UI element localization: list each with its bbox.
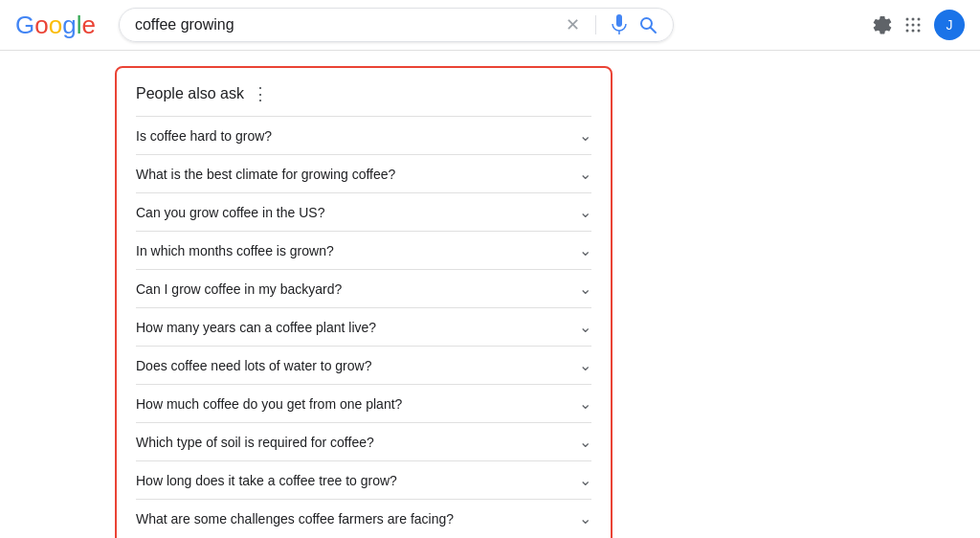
main-content: People also ask ⋮ Is coffee hard to grow…: [0, 51, 980, 538]
search-input[interactable]: [135, 16, 558, 34]
paa-item[interactable]: Does coffee need lots of water to grow? …: [136, 346, 591, 384]
paa-item[interactable]: How much coffee do you get from one plan…: [136, 384, 591, 422]
search-bar: ✕: [119, 8, 674, 42]
paa-item[interactable]: Is coffee hard to grow? ⌄: [136, 116, 591, 154]
header-right: J: [873, 10, 965, 40]
chevron-down-icon: ⌄: [579, 509, 591, 527]
chevron-down-icon: ⌄: [579, 471, 591, 489]
svg-point-7: [906, 24, 909, 27]
logo-letter-o1: o: [34, 11, 48, 40]
chevron-down-icon: ⌄: [579, 203, 591, 221]
paa-item[interactable]: How long does it take a coffee tree to g…: [136, 460, 591, 499]
paa-item[interactable]: Which type of soil is required for coffe…: [136, 422, 591, 460]
logo-letter-g: G: [15, 11, 34, 40]
svg-point-6: [918, 18, 921, 21]
svg-line-3: [650, 28, 656, 34]
microphone-icon[interactable]: [612, 14, 627, 35]
svg-point-8: [912, 24, 915, 27]
chevron-down-icon: ⌄: [579, 241, 591, 259]
chevron-down-icon: ⌄: [579, 318, 591, 336]
people-also-ask-box: People also ask ⋮ Is coffee hard to grow…: [115, 66, 612, 538]
svg-point-5: [912, 18, 915, 21]
paa-item[interactable]: How many years can a coffee plant live? …: [136, 307, 591, 346]
chevron-down-icon: ⌄: [579, 126, 591, 145]
paa-menu-icon[interactable]: ⋮: [252, 83, 269, 104]
svg-point-10: [906, 30, 909, 33]
svg-point-4: [906, 18, 909, 21]
settings-icon[interactable]: [873, 15, 892, 34]
search-icons: ✕: [566, 14, 657, 35]
paa-item[interactable]: In which months coffee is grown? ⌄: [136, 231, 591, 269]
logo-letter-o2: o: [49, 11, 62, 40]
search-button[interactable]: [638, 15, 657, 34]
paa-item[interactable]: Can I grow coffee in my backyard? ⌄: [136, 269, 591, 307]
apps-icon[interactable]: [903, 15, 923, 34]
avatar[interactable]: J: [934, 10, 965, 40]
clear-button[interactable]: ✕: [566, 14, 580, 35]
chevron-down-icon: ⌄: [579, 165, 591, 183]
svg-point-11: [912, 30, 915, 33]
logo-letter-e: e: [81, 11, 95, 40]
paa-item[interactable]: What are some challenges coffee farmers …: [136, 499, 591, 537]
paa-item[interactable]: Can you grow coffee in the US? ⌄: [136, 192, 591, 231]
paa-title: People also ask: [136, 85, 244, 102]
chevron-down-icon: ⌄: [579, 280, 591, 298]
header: Google ✕: [0, 0, 980, 51]
paa-header: People also ask ⋮: [136, 83, 591, 104]
svg-rect-0: [616, 14, 622, 27]
paa-item[interactable]: What is the best climate for growing cof…: [136, 154, 591, 192]
chevron-down-icon: ⌄: [579, 394, 591, 413]
svg-point-9: [918, 24, 921, 27]
svg-point-12: [918, 30, 921, 33]
chevron-down-icon: ⌄: [579, 356, 591, 374]
logo-letter-g2: g: [62, 11, 76, 40]
chevron-down-icon: ⌄: [579, 433, 591, 451]
google-logo[interactable]: Google: [15, 11, 96, 40]
